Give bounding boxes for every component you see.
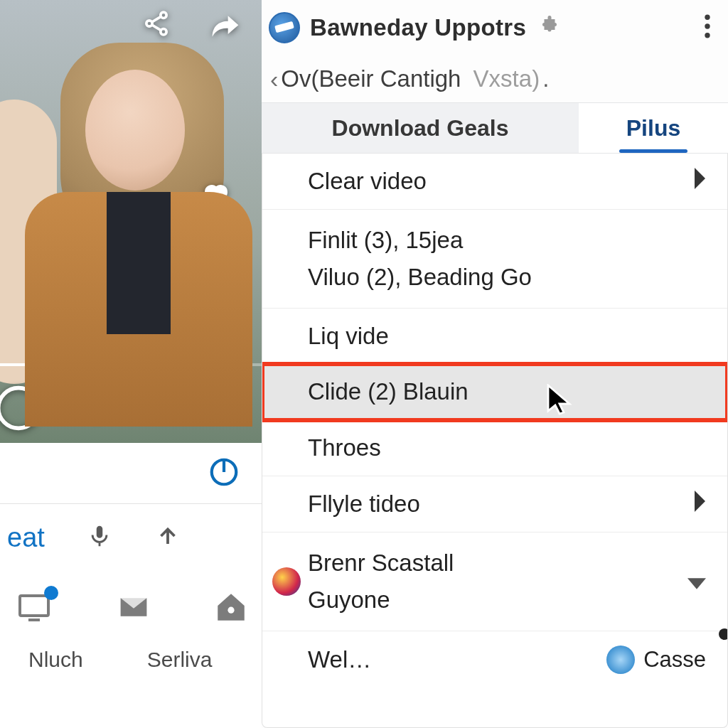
kebab-menu-icon[interactable] xyxy=(704,14,711,41)
home-icon[interactable] xyxy=(213,589,249,628)
svg-point-9 xyxy=(228,607,234,614)
menu-item-wel[interactable]: Wel… Casse xyxy=(262,631,727,688)
svg-rect-7 xyxy=(97,526,103,538)
video-player[interactable] xyxy=(0,0,262,443)
menu-item-throes[interactable]: Throes xyxy=(262,420,727,476)
breadcrumb-secondary: Vxsta) xyxy=(473,65,540,92)
compose-bar: eat xyxy=(0,503,262,571)
svg-rect-8 xyxy=(20,596,48,616)
chevron-down-icon xyxy=(687,568,706,595)
panel-app-pane: Bawneday Uppotrs ‹ Ov(Beeir Cantigh Vxst… xyxy=(262,0,728,728)
bottom-nav: Nluch Serliva xyxy=(0,571,262,727)
breadcrumb-trailing: . xyxy=(542,65,549,92)
svg-point-2 xyxy=(161,29,166,35)
app-logo-icon xyxy=(269,12,300,43)
menu-item-label: Liq vide xyxy=(308,323,389,350)
upload-icon[interactable] xyxy=(154,523,181,552)
nav-label[interactable]: Nluch xyxy=(28,648,83,672)
casse-badge-icon xyxy=(606,646,635,674)
panel-header: Bawneday Uppotrs xyxy=(262,0,728,55)
menu-item-label: Brenr Scastall xyxy=(308,550,454,577)
menu-item-label: Viluo (2), Beading Go xyxy=(308,264,532,291)
video-app-pane: eat Nluch Serliva xyxy=(0,0,262,728)
breadcrumb[interactable]: ‹ Ov(Beeir Cantigh Vxsta) . xyxy=(262,55,728,102)
mail-icon[interactable] xyxy=(114,592,153,626)
extension-icon[interactable] xyxy=(539,16,560,40)
menu-item-clear-video[interactable]: Clear video xyxy=(262,154,727,210)
chevron-right-icon xyxy=(692,168,706,195)
tab-download-geals[interactable]: Download Geals xyxy=(262,103,579,153)
svg-point-11 xyxy=(705,23,710,28)
menu-item-label: Clear video xyxy=(308,168,427,195)
menu-item-finlit-viluo[interactable]: Finlit (3), 15jea Viluo (2), Beading Go xyxy=(262,210,727,309)
svg-point-10 xyxy=(705,15,710,20)
cast-icon[interactable] xyxy=(14,590,54,627)
menu-item-label: Guyone xyxy=(308,587,390,614)
mouse-cursor-icon xyxy=(547,384,575,412)
tab-pilus[interactable]: Pilus xyxy=(579,103,728,153)
menu-item-clide-blauin[interactable]: Clide (2) Blauin xyxy=(262,364,727,420)
menu-item-label: Finlit (3), 15jea xyxy=(308,227,463,254)
menu-item-right-label: Casse xyxy=(643,647,706,673)
power-icon[interactable] xyxy=(208,456,240,491)
chevron-right-icon xyxy=(692,491,706,518)
share-icon[interactable] xyxy=(142,9,171,41)
svg-point-12 xyxy=(705,33,710,38)
menu-item-label: Wel… xyxy=(308,646,371,673)
svg-point-0 xyxy=(146,21,152,26)
compose-input[interactable]: eat xyxy=(7,523,45,553)
menu-item-label: Fllyle tideo xyxy=(308,491,420,518)
menu-item-brenr-scastall[interactable]: Brenr Scastall Guyone xyxy=(262,532,727,631)
nav-label[interactable]: Serliva xyxy=(147,648,213,672)
microphone-icon[interactable] xyxy=(87,520,112,555)
app-color-icon xyxy=(272,567,301,596)
menu-item-fllyle-tideo[interactable]: Fllyle tideo xyxy=(262,476,727,532)
menu-item-label: Throes xyxy=(308,434,381,461)
dropdown-menu: Clear video Finlit (3), 15jea Viluo (2),… xyxy=(262,154,728,728)
panel-title: Bawneday Uppotrs xyxy=(310,14,526,41)
video-app-lower: eat Nluch Serliva xyxy=(0,443,262,728)
breadcrumb-main: Ov(Beeir Cantigh xyxy=(281,65,461,92)
menu-item-label: Clide (2) Blauin xyxy=(308,378,469,405)
menu-item-liq-vide[interactable]: Liq vide xyxy=(262,309,727,364)
chevron-left-icon[interactable]: ‹ xyxy=(270,65,278,93)
svg-point-1 xyxy=(161,12,166,18)
tab-bar: Download Geals Pilus xyxy=(262,102,728,154)
forward-icon[interactable] xyxy=(210,11,241,45)
